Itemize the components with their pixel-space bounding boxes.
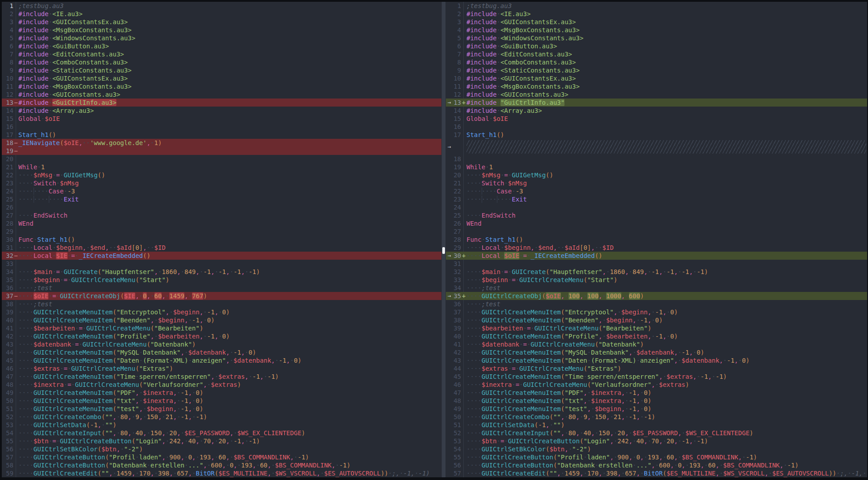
code-line[interactable]: 25············Exit [2,195,441,203]
code-line[interactable]: 4#include·<MsgBoxConstants.au3> [446,26,867,34]
code-line[interactable]: 45····GUICtrlCreateMenuItem("Time·sperre… [446,373,867,381]
code-line[interactable]: 1;testbug.au3 [2,2,441,10]
code-line[interactable]: 14#include·<Array.au3> [2,107,441,115]
code-line[interactable]: 51····GUICtrlCreateMenuItem("test",·$beg… [2,405,441,413]
code-line[interactable]: 26WEnd [446,219,867,227]
code-line[interactable]: 16 [446,123,867,131]
code-line[interactable]: 53····$btn·=·GUICtrlCreateButton("Login"… [446,437,867,445]
code-line[interactable]: 42····GUICtrlCreateMenuItem("Profile",·$… [2,332,441,340]
code-line[interactable]: →13+#include·"GuiCtrlInfo.au3" [446,99,867,107]
code-line[interactable]: 46····$inextra·=·GUICtrlCreateMenu("Verl… [446,381,867,389]
apply-hunk-arrow-icon[interactable]: → [446,99,453,107]
code-line[interactable]: 7#include·<EditConstants.au3> [2,50,441,58]
code-line[interactable]: 44····$extras·=·GUICtrlCreateMenu("Extra… [446,364,867,373]
code-line[interactable]: 5#include·<WindowsConstants.au3> [2,34,441,42]
code-line[interactable]: 44····GUICtrlCreateMenuItem("MySQL·Daten… [2,348,441,356]
code-line[interactable]: 24 [446,203,867,211]
code-line[interactable]: 23····Switch·$nMsg [2,179,441,187]
code-line[interactable]: 34····;test [446,284,867,292]
code-line[interactable]: 31 [446,260,867,268]
scrollbar-thumb[interactable] [442,247,445,254]
code-line[interactable]: 11#include·<MsgBoxConstants.au3> [446,82,867,90]
code-line[interactable]: 15Global·$oIE [2,115,441,123]
code-line[interactable]: 23············Exit [446,195,867,203]
code-line[interactable]: 14#include·<Array.au3> [446,107,867,115]
code-line[interactable]: 47····GUICtrlCreateMenuItem("Time·sperre… [2,373,441,381]
code-line[interactable]: 52····GUICtrlCreateInput("",·80,·40,·150… [446,429,867,437]
code-line[interactable]: 10#include·<GUIConstantsEx.au3> [2,74,441,82]
code-line[interactable]: 21While·1 [2,163,441,171]
code-line[interactable]: 56····GUICtrlSetBkColor($btn,·"-2") [2,445,441,453]
pane-divider-scrollbar[interactable] [441,2,446,477]
code-line[interactable]: 36····;test [2,284,441,292]
code-line[interactable]: 31····Local·$beginn,·$end,··$aId[0],··$I… [2,244,441,252]
code-line[interactable]: 37····GUICtrlCreateMenuItem("Entcryptool… [446,308,867,316]
code-line[interactable]: 49····GUICtrlCreateMenuItem("test",·$beg… [446,405,867,413]
code-line[interactable]: 55····$btn·=·GUICtrlCreateButton("Login"… [2,437,441,445]
code-line[interactable]: 13−#include·<GuiCtrlInfo.au3> [2,99,441,107]
code-line[interactable]: 10#include·<GUIConstantsEx.au3> [446,74,867,82]
code-line[interactable]: 18−_IENavigate($oIE,··'www.google.de',·1… [2,139,441,147]
code-line[interactable]: 38····;test [2,300,441,308]
code-line[interactable]: 25····EndSwitch [446,211,867,219]
code-line[interactable]: 51····GUICtrlSetData(-1,·"") [446,421,867,429]
apply-hunk-arrow-icon[interactable]: → [446,252,453,260]
code-line[interactable]: 28WEnd [2,219,441,227]
code-line[interactable]: 17Start_h1() [2,131,441,139]
code-line[interactable]: 36····;test [446,300,867,308]
code-line[interactable]: 29 [2,227,441,236]
code-line[interactable]: 19While·1 [446,163,867,171]
code-line[interactable]: 49····GUICtrlCreateMenuItem("PDF",·$inex… [2,389,441,397]
code-line[interactable]: 20····$nMsg·=·GUIGetMsg() [446,171,867,179]
code-line[interactable]: 16 [2,123,441,131]
code-line[interactable]: 4#include·<MsgBoxConstants.au3> [2,26,441,34]
code-line[interactable]: 46····$extras·=·GUICtrlCreateMenu("Extra… [2,364,441,373]
code-line[interactable]: 45····GUICtrlCreateMenuItem("Daten·(Form… [2,356,441,364]
code-line[interactable]: 20 [2,155,441,163]
code-line[interactable]: 12#include·<GUIConstants.au3> [446,90,867,99]
code-line[interactable]: 12#include·<GUIConstants.au3> [2,90,441,99]
code-line[interactable]: 58····GUICtrlCreateButton("Datenbank·ers… [2,461,441,469]
code-line[interactable]: 57····GUICtrlCreateEdit("",·1459,·170,·3… [446,469,867,477]
code-line[interactable]: 55····GUICtrlCreateButton("Profil·laden"… [446,453,867,461]
code-line[interactable]: 21····Switch·$nMsg [446,179,867,187]
code-line[interactable]: 35····$beginn·=·GUICtrlCreateMenu("Start… [2,276,441,284]
code-line[interactable]: 28Func·Start_h1() [446,236,867,244]
code-line[interactable]: 3#include·<GUIConstantsEx.au3> [446,18,867,26]
code-line[interactable]: 48····$inextra·=·GUICtrlCreateMenu("Verl… [2,381,441,389]
code-line[interactable]: 40····GUICtrlCreateMenuItem("Profile",·$… [446,332,867,340]
code-line[interactable]: 52····GUICtrlCreateCombo("",·80,·9,·150,… [2,413,441,421]
code-line[interactable]: 43····$datenbank·=·GUICtrlCreateMenu("Da… [2,340,441,348]
code-line[interactable]: 18 [446,155,867,163]
code-line[interactable]: 39····$bearbeiten·=·GUICtrlCreateMenu("B… [446,324,867,332]
code-line[interactable]: 50····GUICtrlCreateMenuItem("txt",·$inex… [2,397,441,405]
code-line[interactable]: 27 [446,227,867,236]
code-line[interactable]: 24········Case·-3 [2,187,441,195]
code-line[interactable]: 5#include·<WindowsConstants.au3> [446,34,867,42]
code-line[interactable]: 47····GUICtrlCreateMenuItem("PDF",·$inex… [446,389,867,397]
code-line[interactable]: 32····$main·=·GUICreate("Hauptfentser",·… [446,268,867,276]
code-line[interactable]: 9#include·<StaticConstants.au3> [446,66,867,74]
code-line[interactable]: 22····$nMsg·=·GUIGetMsg() [2,171,441,179]
code-line[interactable]: 34····$main·=·GUICreate("Hauptfentser",·… [2,268,441,276]
code-line[interactable]: →30+····Local·$oIE·=·_IECreateEmbedded() [446,252,867,260]
code-line[interactable]: 2#include·<IE.au3> [2,10,441,18]
code-line[interactable]: 48····GUICtrlCreateMenuItem("txt",·$inex… [446,397,867,405]
code-line[interactable]: 30Func·Start_h1() [2,236,441,244]
code-line[interactable]: 8#include·<ComboConstants.au3> [2,58,441,66]
right-pane-new-file[interactable]: 1;testbug.au32#include·<IE.au3>3#include… [446,2,867,477]
code-line[interactable]: 50····GUICtrlCreateCombo("",·80,·9,·150,… [446,413,867,421]
code-line[interactable]: 40····GUICtrlCreateMenuItem("Beenden",·$… [2,316,441,324]
code-line[interactable]: 8#include·<ComboConstants.au3> [446,58,867,66]
code-line[interactable]: 41····$datenbank·=·GUICtrlCreateMenu("Da… [446,340,867,348]
code-line[interactable]: 38····GUICtrlCreateMenuItem("Beenden",·$… [446,316,867,324]
code-line[interactable]: 11#include·<MsgBoxConstants.au3> [2,82,441,90]
code-line[interactable]: 41····$bearbeiten·=·GUICtrlCreateMenu("B… [2,324,441,332]
code-line[interactable]: 33 [2,260,441,268]
apply-hunk-arrow-icon[interactable]: → [446,143,453,151]
code-line[interactable]: 56····GUICtrlCreateButton("Datenbank·ers… [446,461,867,469]
code-line[interactable]: 2#include·<IE.au3> [446,10,867,18]
code-line[interactable]: 17Start_h1() [446,131,867,139]
code-line[interactable]: 32−····Local·$IE·=·_IECreateEmbedded() [2,252,441,260]
code-line[interactable]: 53····GUICtrlSetData(-1,·"") [2,421,441,429]
